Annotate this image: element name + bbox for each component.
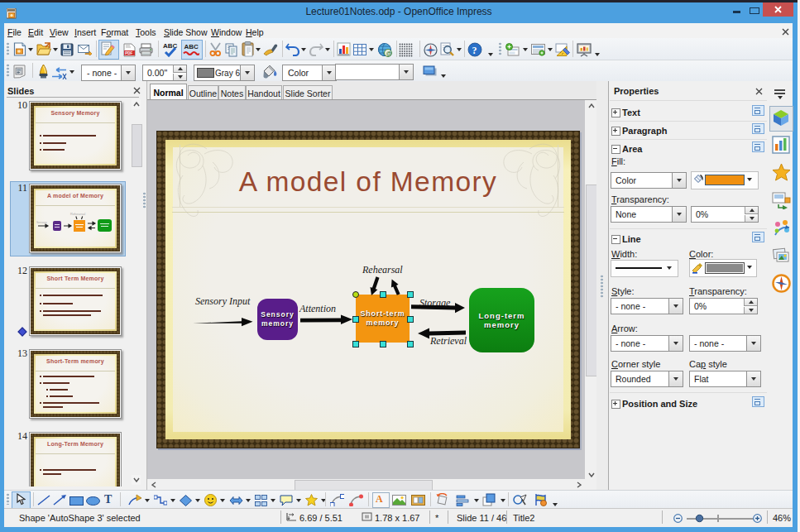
svg-text:Rehearsal: Rehearsal [70, 212, 85, 216]
svg-text:ABC: ABC [184, 43, 199, 50]
svg-text:?: ? [472, 45, 477, 56]
svg-text:@: @ [386, 50, 392, 56]
svg-text:PDF: PDF [125, 51, 132, 55]
svg-text:Sensory: Sensory [36, 221, 47, 224]
